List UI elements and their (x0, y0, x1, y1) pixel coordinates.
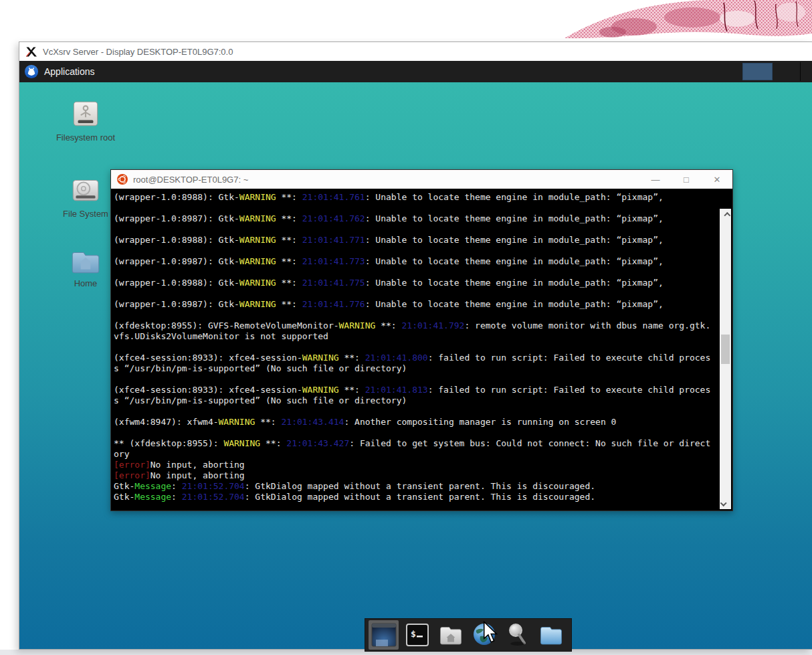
terminal-log-line (114, 310, 718, 320)
scroll-up-arrow-icon[interactable] (720, 209, 731, 219)
svg-text:$: $ (411, 629, 416, 639)
close-button[interactable]: ✕ (702, 170, 732, 189)
terminal-log-line: vfs.UDisks2VolumeMonitor is not supporte… (114, 331, 718, 342)
terminal-log-line (114, 288, 718, 299)
terminal-log-line: (wrapper-1.0:8988): Gtk-WARNING **: 21:0… (114, 235, 718, 246)
terminal-window: root@DESKTOP-ET0L9G7: ~ — □ ✕ (wrapper-1… (110, 169, 733, 511)
terminal-log-line: [error]No input, aborting (114, 460, 718, 470)
dock-panel: $ (365, 618, 572, 652)
xfce-desktop[interactable]: Filesystem root File System (19, 82, 812, 649)
vcxsrv-titlebar[interactable]: VcXsrv Server - Display DESKTOP-ET0L9G7:… (19, 42, 812, 61)
terminal-log-line (114, 406, 718, 417)
panel-separator (800, 62, 801, 81)
terminal-log-line: s “/usr/bin/pm-is-supported” (No such fi… (114, 395, 718, 406)
maximize-button[interactable]: □ (671, 170, 702, 189)
terminal-log-line: (wrapper-1.0:8988): Gtk-WARNING **: 21:0… (114, 278, 718, 288)
terminal-log-line (114, 224, 718, 235)
minimize-button[interactable]: — (640, 170, 671, 189)
home-folder-icon (437, 623, 464, 647)
terminal-title: root@DESKTOP-ET0L9G7: ~ (133, 175, 248, 185)
terminal-log-line: (wrapper-1.0:8987): Gtk-WARNING **: 21:0… (114, 256, 718, 267)
terminal-log-line: (wrapper-1.0:8987): Gtk-WARNING **: 21:0… (114, 213, 718, 224)
scroll-down-arrow-icon[interactable] (720, 498, 731, 509)
terminal-titlebar[interactable]: root@DESKTOP-ET0L9G7: ~ — □ ✕ (111, 170, 732, 189)
terminal-log-line: (xfce4-session:8933): xfce4-session-WARN… (114, 385, 718, 395)
terminal-output[interactable]: (wrapper-1.0:8988): Gtk-WARNING **: 21:0… (112, 189, 732, 510)
terminal-log-line (114, 428, 718, 438)
terminal-scrollbar[interactable] (720, 209, 731, 509)
ubuntu-logo-icon (117, 174, 128, 185)
terminal-log-line (114, 374, 718, 385)
search-magnifier-icon (504, 622, 531, 648)
terminal-log-line: (wrapper-1.0:8988): Gtk-WARNING **: 21:0… (114, 192, 718, 203)
removable-drive-icon (69, 97, 102, 130)
scrollbar-thumb[interactable] (721, 335, 730, 364)
hard-disk-icon (69, 173, 102, 207)
terminal-log-text: (wrapper-1.0:8988): Gtk-WARNING **: 21:0… (114, 192, 718, 510)
terminal-log-line: s “/usr/bin/pm-is-supported” (No such fi… (114, 363, 718, 374)
terminal-log-line: [error]No input, aborting (114, 470, 718, 481)
terminal-log-line: Gtk-Message: 21:01:52.704: GtkDialog map… (114, 492, 718, 502)
desktop-icon-filesystem-root[interactable]: Filesystem root (42, 97, 129, 143)
terminal-log-line (114, 267, 718, 278)
taskbar-window-button[interactable] (742, 63, 773, 80)
terminal-log-line: (xfce4-session:8933): xfce4-session-WARN… (114, 353, 718, 363)
x-server-logo-icon (25, 46, 37, 58)
vcxsrv-window: VcXsrv Server - Display DESKTOP-ET0L9G7:… (19, 41, 812, 650)
dock-item-home[interactable] (435, 620, 466, 650)
dock-item-window-preview[interactable] (369, 620, 399, 650)
terminal-log-line: ** (xfdesktop:8955): WARNING **: 21:01:4… (114, 438, 718, 449)
screen: VcXsrv Server - Display DESKTOP-ET0L9G7:… (0, 0, 812, 655)
terminal-log-line: Gtk-Message: 21:01:52.704: GtkDialog map… (114, 481, 718, 492)
dock-item-search[interactable] (502, 620, 532, 650)
dock-item-web-browser[interactable] (469, 620, 499, 650)
terminal-log-line (114, 342, 718, 353)
applications-menubar: Applications (19, 61, 812, 82)
terminal-log-line (114, 203, 718, 213)
terminal-log-line: (xfwm4:8947): xfwm4-WARNING **: 21:01:43… (114, 417, 718, 428)
home-folder-icon (69, 246, 102, 276)
dock-item-file-manager[interactable] (536, 620, 566, 650)
xfce-mouse-logo-icon (24, 64, 39, 79)
terminal-icon: $ (405, 622, 430, 648)
terminal-log-line: ory (114, 449, 718, 460)
web-browser-globe-icon (471, 622, 498, 648)
file-manager-folder-icon (538, 623, 565, 647)
desktop-icon-label: Filesystem root (42, 132, 129, 143)
terminal-window-controls: — □ ✕ (640, 170, 732, 189)
applications-menu-button[interactable]: Applications (44, 66, 95, 77)
histology-image (555, 0, 812, 40)
vcxsrv-window-title: VcXsrv Server - Display DESKTOP-ET0L9G7:… (43, 47, 233, 57)
terminal-log-line: (wrapper-1.0:8987): Gtk-WARNING **: 21:0… (114, 299, 718, 310)
dock-item-terminal[interactable]: $ (402, 620, 432, 650)
terminal-log-line (114, 246, 718, 256)
window-preview-icon (371, 622, 397, 648)
terminal-log-line: (xfdesktop:8955): GVFS-RemoteVolumeMonit… (114, 320, 718, 331)
